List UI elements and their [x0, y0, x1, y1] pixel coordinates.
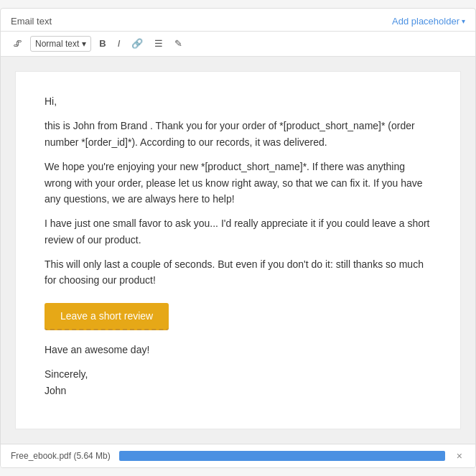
add-placeholder-label: Add placeholder: [392, 16, 459, 27]
file-name: Free_ebook.pdf (5.64 Mb): [11, 451, 111, 461]
format-select[interactable]: Normal text ▾: [30, 36, 91, 52]
email-line-6: Have an awesome day!: [45, 342, 431, 358]
list-button[interactable]: ☰: [151, 36, 167, 51]
footer-bar: Free_ebook.pdf (5.64 Mb) ×: [1, 444, 475, 467]
format-chevron: ▾: [82, 39, 86, 49]
edit-button[interactable]: ✎: [171, 36, 186, 51]
format-select-label: Normal text: [35, 39, 79, 49]
email-editor-container: Email text Add placeholder ▾ 🖇 Normal te…: [0, 8, 476, 468]
link-icon: 🔗: [131, 38, 143, 49]
bold-button[interactable]: B: [95, 36, 109, 51]
progress-bar: [119, 451, 445, 461]
email-line-4: I have just one small favor to ask you..…: [45, 215, 431, 248]
italic-icon: I: [118, 38, 121, 49]
attach-icon: 🖇: [13, 38, 22, 49]
email-text-label: Email text: [11, 16, 52, 27]
add-placeholder-button[interactable]: Add placeholder ▾: [392, 16, 465, 27]
editor-inner[interactable]: Hi, this is John from Brand . Thank you …: [15, 71, 461, 429]
edit-icon: ✎: [174, 38, 182, 49]
attach-button[interactable]: 🖇: [9, 36, 26, 51]
review-button[interactable]: Leave a short review: [45, 303, 169, 330]
header-row: Email text Add placeholder ▾: [1, 9, 475, 31]
email-line-1: Hi,: [45, 93, 431, 109]
toolbar: 🖇 Normal text ▾ B I 🔗 ☰ ✎: [1, 31, 475, 57]
list-icon: ☰: [154, 38, 163, 49]
email-line-5: This will only last a couple of seconds.…: [45, 256, 431, 289]
italic-button[interactable]: I: [114, 36, 124, 51]
email-line-2: this is John from Brand . Thank you for …: [45, 118, 431, 150]
bold-icon: B: [99, 38, 106, 49]
link-button[interactable]: 🔗: [128, 36, 146, 51]
email-body: Hi, this is John from Brand . Thank you …: [45, 93, 431, 398]
email-line-3: We hope you're enjoying your new *[produ…: [45, 159, 431, 207]
close-button[interactable]: ×: [454, 450, 465, 462]
editor-outer: Hi, this is John from Brand . Thank you …: [1, 57, 475, 444]
email-signature: Sincerely, John: [45, 366, 431, 398]
add-placeholder-chevron: ▾: [462, 17, 465, 25]
